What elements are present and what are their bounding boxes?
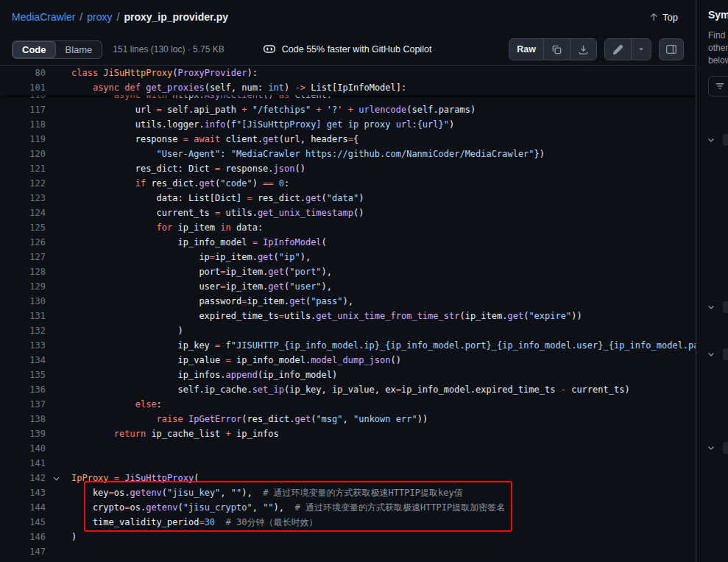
code-line: 133 ip_key = f"JISUHTTP_{ip_info_model.i… [0,338,696,353]
code-line: 116 async with httpx.AsyncClient() as cl… [0,95,696,102]
line-number[interactable]: 134 [0,353,46,368]
line-number[interactable]: 142 [0,471,46,485]
code-text: password=ip_item.get("pass"), [71,294,353,309]
fold-gutter [46,264,71,279]
edit-button[interactable] [605,39,631,60]
code-line: 137 else: [0,397,696,412]
line-number[interactable]: 141 [0,456,46,471]
line-number[interactable]: 144 [0,500,46,515]
line-number[interactable]: 101 [0,80,46,95]
symbol-item[interactable] [707,442,728,454]
fold-gutter [46,66,71,80]
line-number[interactable]: 146 [0,530,46,544]
code-text: data: List[Dict] = res_dict.get("data") [71,191,364,206]
symbol-item[interactable] [707,348,728,360]
code-text: ip_info_model = IpInfoModel( [71,235,327,250]
symbols-panel-toggle-button[interactable] [659,38,684,60]
line-number[interactable]: 118 [0,117,46,132]
line-number[interactable]: 130 [0,294,46,309]
code-text: if res_dict.get("code") == 0: [71,176,289,191]
line-number[interactable]: 116 [0,95,46,102]
symbols-filter-input[interactable] [708,76,728,96]
copilot-banner[interactable]: Code 55% faster with GitHub Copilot [263,43,432,56]
code-line: 135 ip_infos.append(ip_info_model) [0,368,696,382]
line-number[interactable]: 140 [0,441,46,456]
fold-gutter [46,500,71,515]
code-text: "User-Agent": "MediaCrawler https://gith… [71,147,545,161]
code-text: for ip_item in data: [71,220,263,235]
code-text: class JiSuHttpProxy(ProxyProvider): [71,66,258,80]
code-line: 127 ip=ip_item.get("ip"), [0,250,696,264]
code-text: async with httpx.AsyncClient() as client… [71,95,332,102]
code-line: 138 raise IpGetError(res_dict.get("msg",… [0,412,696,426]
breadcrumb-separator: / [116,11,119,23]
code-text: crypto=os.getenv("jisu_crypto", ""), # 通… [71,500,505,515]
symbols-panel: Symbols Find definitions and references … [696,0,728,562]
fold-gutter [46,279,71,294]
line-number[interactable]: 117 [0,102,46,117]
code-line: 101 async def get_proxies(self, num: int… [0,80,696,95]
line-number[interactable]: 137 [0,397,46,412]
symbol-item[interactable] [707,134,728,146]
fold-gutter [46,323,71,338]
line-number[interactable]: 122 [0,176,46,191]
line-number[interactable]: 124 [0,206,46,220]
partially-scrolled-line: 116 async with httpx.AsyncClient() as cl… [0,95,696,102]
fold-gutter [46,530,71,544]
line-number[interactable]: 123 [0,191,46,206]
code-line: 132 ) [0,323,696,338]
line-number[interactable]: 138 [0,412,46,426]
fold-chevron-icon[interactable] [46,471,71,485]
line-number[interactable]: 145 [0,515,46,530]
code-line: 119 response = await client.get(url, hea… [0,132,696,147]
code-line: 145 time_validity_period=30 # 30分钟（最长时效） [0,515,696,530]
line-number[interactable]: 121 [0,161,46,176]
back-to-top-label: Top [662,12,678,23]
symbols-panel-title: Symbols [708,9,728,21]
code-text: utils.logger.info(f"[JiSuHttpProxy] get … [71,117,454,132]
edit-dropdown-button[interactable] [631,39,651,60]
line-number[interactable]: 125 [0,220,46,235]
copy-button[interactable] [543,39,570,60]
line-number[interactable]: 133 [0,338,46,353]
filter-icon [715,81,725,91]
breadcrumb-repo-link[interactable]: MediaCrawler [12,11,75,23]
fold-gutter [46,426,71,441]
line-number[interactable]: 120 [0,147,46,161]
fold-gutter [46,206,71,220]
download-button[interactable] [570,39,596,60]
line-number[interactable]: 127 [0,250,46,264]
line-number[interactable]: 147 [0,544,46,559]
line-number[interactable]: 126 [0,235,46,250]
line-number[interactable]: 128 [0,264,46,279]
code-text: time_validity_period=30 # 30分钟（最长时效） [71,515,317,530]
breadcrumb-separator: / [79,11,82,23]
line-number[interactable]: 136 [0,382,46,397]
breadcrumb-folder-link[interactable]: proxy [87,11,112,23]
symbol-item[interactable] [707,301,728,313]
line-number[interactable]: 119 [0,132,46,147]
fold-gutter [46,294,71,309]
fold-gutter [46,220,71,235]
code-line: 139 return ip_cache_list + ip_infos [0,426,696,441]
line-number[interactable]: 129 [0,279,46,294]
fold-gutter [46,191,71,206]
line-number[interactable]: 139 [0,426,46,441]
copy-icon [551,44,562,55]
raw-button[interactable]: Raw [509,39,543,60]
line-number[interactable]: 80 [0,66,46,80]
line-number[interactable]: 135 [0,368,46,382]
code-line: 126 ip_info_model = IpInfoModel( [0,235,696,250]
tab-code[interactable]: Code [13,41,56,58]
tab-blame[interactable]: Blame [56,41,102,58]
fold-gutter [46,353,71,368]
sticky-context-lines: 80class JiSuHttpProxy(ProxyProvider):101… [0,66,696,95]
fold-gutter [46,368,71,382]
line-number[interactable]: 131 [0,309,46,323]
line-number[interactable]: 143 [0,485,46,500]
chevron-down-icon [707,303,715,312]
back-to-top-button[interactable]: Top [643,9,684,26]
line-number[interactable]: 132 [0,323,46,338]
code-text: ) [71,530,77,544]
code-text: ip_key = f"JISUHTTP_{ip_info_model.ip}_{… [71,338,696,353]
